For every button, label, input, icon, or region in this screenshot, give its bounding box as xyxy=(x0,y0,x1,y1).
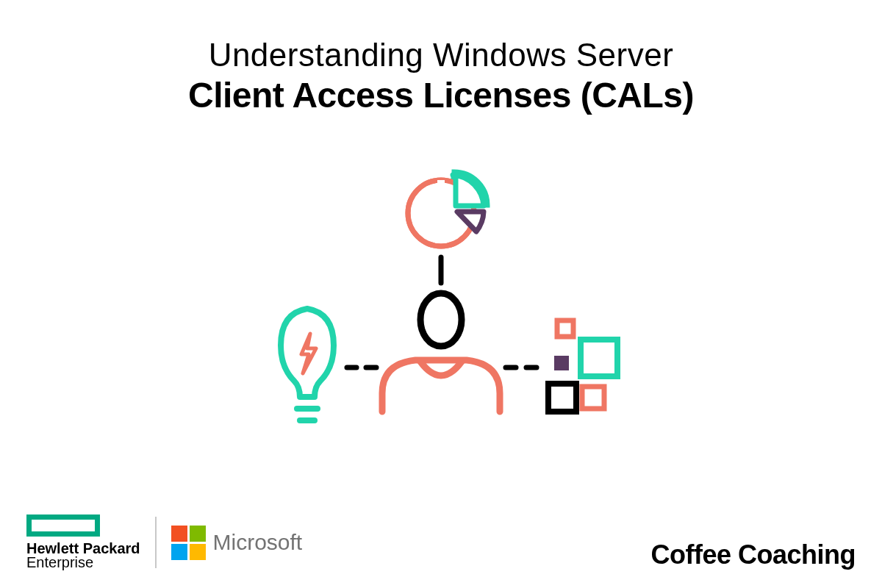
title-line-2: Client Access Licenses (CALs) xyxy=(0,75,882,115)
footer: Hewlett Packard Enterprise Microsoft Cof… xyxy=(26,514,856,570)
hpe-line2: Enterprise xyxy=(26,555,140,570)
microsoft-text: Microsoft xyxy=(213,530,303,555)
hpe-rectangle-icon xyxy=(26,514,100,537)
svg-rect-11 xyxy=(581,340,617,376)
microsoft-icon xyxy=(171,526,206,560)
svg-rect-15 xyxy=(548,384,576,412)
logo-divider xyxy=(155,517,157,568)
hpe-logo: Hewlett Packard Enterprise xyxy=(26,514,140,570)
title-line-1: Understanding Windows Server xyxy=(0,37,882,74)
title-block: Understanding Windows Server Client Acce… xyxy=(0,0,882,115)
brand-badge: Coffee Coaching xyxy=(650,539,856,570)
illustration xyxy=(250,169,632,434)
svg-point-4 xyxy=(420,293,462,346)
svg-rect-14 xyxy=(582,387,604,409)
pie-chart-icon xyxy=(408,172,487,246)
svg-rect-12 xyxy=(557,320,573,337)
squares-icon xyxy=(548,320,617,412)
hpe-text: Hewlett Packard Enterprise xyxy=(26,541,140,570)
microsoft-logo: Microsoft xyxy=(171,526,303,560)
person-icon xyxy=(382,293,500,412)
svg-rect-13 xyxy=(554,356,569,370)
lightbulb-icon xyxy=(281,309,334,420)
partner-logos: Hewlett Packard Enterprise Microsoft xyxy=(26,514,302,570)
